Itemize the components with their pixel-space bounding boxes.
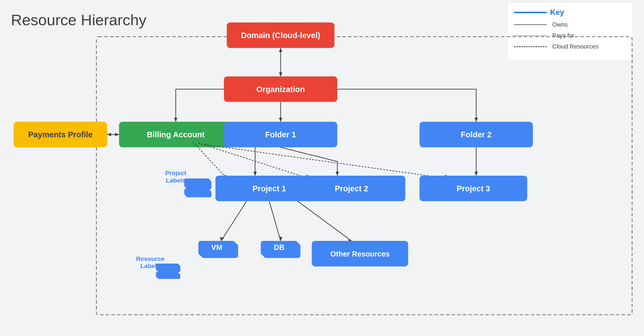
svg-rect-74 <box>158 274 180 279</box>
svg-rect-48 <box>185 180 211 188</box>
svg-text:Organization: Organization <box>256 85 305 94</box>
svg-marker-15 <box>475 118 478 122</box>
svg-rect-76 <box>156 272 179 277</box>
svg-marker-36 <box>224 175 228 178</box>
svg-line-30 <box>281 147 337 161</box>
svg-text:Resource: Resource <box>136 255 165 262</box>
svg-marker-60 <box>348 239 351 243</box>
svg-line-55 <box>221 201 246 241</box>
key-item-pays: Pays for <box>514 32 626 39</box>
key-item-owns: Owns <box>514 21 626 28</box>
svg-rect-45 <box>419 176 527 201</box>
pays-label: Pays for <box>552 32 574 39</box>
svg-rect-67 <box>261 241 298 255</box>
svg-rect-0 <box>96 37 632 315</box>
pays-line-icon <box>514 35 547 36</box>
svg-marker-38 <box>306 175 310 178</box>
cloud-line-icon <box>514 46 547 47</box>
page-title: Resource Hierarchy <box>11 11 146 29</box>
svg-marker-34 <box>475 172 478 175</box>
svg-rect-1 <box>227 22 334 48</box>
key-box: Key Owns Pays for Cloud Resources <box>507 2 633 61</box>
svg-rect-18 <box>14 122 107 147</box>
svg-text:Payments Profile: Payments Profile <box>28 130 93 139</box>
svg-text:DB: DB <box>274 243 284 252</box>
svg-rect-62 <box>200 242 237 257</box>
svg-marker-4 <box>279 48 282 52</box>
svg-rect-69 <box>312 241 408 266</box>
svg-marker-5 <box>279 72 282 76</box>
svg-rect-52 <box>184 189 210 195</box>
svg-rect-23 <box>224 122 337 147</box>
svg-marker-40 <box>444 175 448 178</box>
svg-rect-75 <box>157 273 179 278</box>
svg-text:VM: VM <box>211 243 222 252</box>
svg-rect-6 <box>224 76 337 102</box>
svg-marker-22 <box>107 133 111 136</box>
svg-line-39 <box>204 144 448 178</box>
svg-rect-43 <box>298 176 405 201</box>
svg-rect-25 <box>419 122 533 147</box>
svg-text:Labels: Labels <box>166 177 186 184</box>
owns-label: Owns <box>552 21 568 28</box>
svg-rect-61 <box>201 244 238 258</box>
svg-rect-47 <box>186 181 211 189</box>
svg-line-57 <box>269 201 280 241</box>
svg-rect-72 <box>157 264 179 271</box>
svg-text:Billing Account: Billing Account <box>147 130 205 139</box>
svg-rect-71 <box>158 265 180 272</box>
svg-rect-51 <box>185 190 211 196</box>
svg-rect-16 <box>119 122 232 147</box>
key-item-cloud: Cloud Resources <box>514 43 626 50</box>
svg-marker-29 <box>253 172 257 175</box>
svg-rect-73 <box>156 264 179 270</box>
svg-line-59 <box>298 201 352 241</box>
svg-marker-10 <box>174 118 177 122</box>
svg-text:Other Resources: Other Resources <box>330 250 390 258</box>
svg-text:Project 3: Project 3 <box>457 184 490 193</box>
svg-text:Folder 2: Folder 2 <box>461 130 492 139</box>
svg-rect-63 <box>199 241 235 255</box>
svg-text:Labels: Labels <box>140 262 160 269</box>
svg-marker-32 <box>336 172 339 175</box>
svg-rect-66 <box>262 242 299 257</box>
owns-line-icon <box>514 24 547 25</box>
key-title: Key <box>550 8 564 17</box>
svg-marker-56 <box>220 237 224 241</box>
svg-marker-12 <box>279 118 282 122</box>
key-blue-bar <box>514 12 547 13</box>
svg-rect-49 <box>184 178 210 187</box>
svg-text:Project 2: Project 2 <box>335 184 368 193</box>
svg-rect-41 <box>215 176 323 201</box>
svg-line-37 <box>199 143 309 178</box>
svg-marker-58 <box>279 237 282 241</box>
svg-text:Project: Project <box>165 169 186 176</box>
svg-line-35 <box>193 142 227 179</box>
svg-text:Project 1: Project 1 <box>252 184 286 193</box>
svg-text:Folder 1: Folder 1 <box>265 130 296 139</box>
svg-marker-21 <box>115 133 119 136</box>
svg-rect-65 <box>264 244 301 258</box>
cloud-label: Cloud Resources <box>552 43 599 50</box>
svg-text:Domain (Cloud-level): Domain (Cloud-level) <box>241 31 320 40</box>
svg-rect-50 <box>186 191 211 197</box>
